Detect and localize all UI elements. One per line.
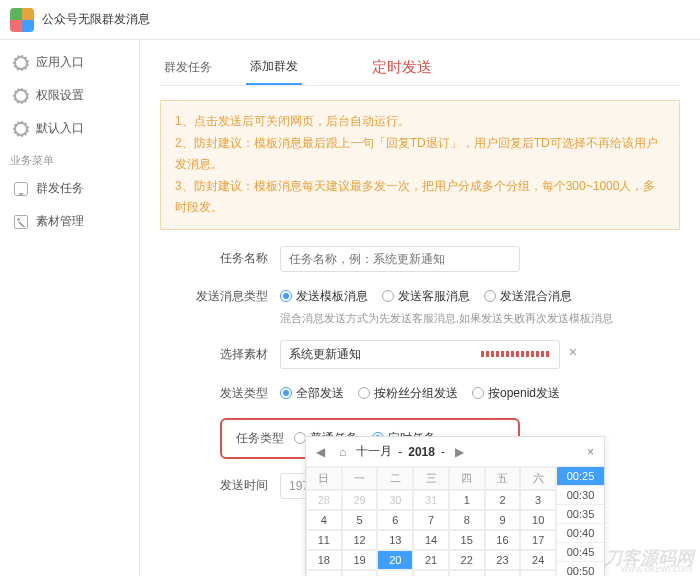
radio-send-by-group[interactable]: 按粉丝分组发送: [358, 385, 458, 402]
task-name-label: 任务名称: [160, 250, 280, 267]
app-header: 公众号无限群发消息: [0, 0, 700, 40]
calendar-home-icon[interactable]: ⌂: [335, 445, 350, 459]
calendar-time-column: 00:2500:3000:3500:4000:4500:50: [556, 467, 604, 576]
calendar-prev-year-icon[interactable]: ◀: [312, 445, 329, 459]
sidebar: 应用入口 权限设置 默认入口 业务菜单 群发任务 素材管理: [0, 40, 140, 576]
notice-box: 1、点击发送后可关闭网页，后台自动运行。 2、防封建议：模板消息最后跟上一句「回…: [160, 100, 680, 230]
app-logo: [10, 8, 34, 32]
close-icon[interactable]: ×: [569, 344, 577, 360]
radio-icon: [382, 290, 394, 302]
sidebar-item-default-entry[interactable]: 默认入口: [0, 112, 139, 145]
calendar-weekday: 日: [306, 467, 342, 490]
calendar-day[interactable]: 25: [306, 570, 342, 576]
calendar-day[interactable]: 10: [520, 510, 556, 530]
calendar-time[interactable]: 00:30: [557, 486, 604, 505]
calendar-day[interactable]: 29: [342, 490, 378, 510]
calendar-day[interactable]: 2: [485, 490, 521, 510]
material-value: 系统更新通知: [289, 346, 361, 363]
radio-icon: [280, 387, 292, 399]
calendar-day[interactable]: 1: [449, 490, 485, 510]
send-type-label: 发送类型: [160, 385, 280, 402]
msg-type-label: 发送消息类型: [160, 288, 280, 305]
radio-send-by-openid[interactable]: 按openid发送: [472, 385, 560, 402]
calendar-time[interactable]: 00:50: [557, 562, 604, 576]
calendar-day[interactable]: 22: [449, 550, 485, 570]
sidebar-section-label: 业务菜单: [0, 145, 139, 172]
radio-mixed-msg[interactable]: 发送混合消息: [484, 288, 572, 305]
task-name-input[interactable]: [280, 246, 520, 272]
calendar-day[interactable]: 12: [342, 530, 378, 550]
calendar-day[interactable]: 30: [377, 490, 413, 510]
calendar-day[interactable]: 3: [520, 490, 556, 510]
watermark-url: www.dkewl.com: [621, 563, 692, 574]
calendar-month-label[interactable]: 十一月: [356, 443, 392, 460]
msg-type-hint: 混合消息发送方式为先发送客服消息,如果发送失败再次发送模板消息: [280, 311, 680, 326]
sidebar-item-label: 默认入口: [36, 120, 84, 137]
calendar-day[interactable]: 26: [342, 570, 378, 576]
calendar-day[interactable]: 6: [377, 510, 413, 530]
calendar-next-icon[interactable]: ▶: [451, 445, 468, 459]
calendar-weekday: 四: [449, 467, 485, 490]
sidebar-item-label: 群发任务: [36, 180, 84, 197]
tab-broadcast-tasks[interactable]: 群发任务: [160, 51, 216, 84]
sidebar-item-permission[interactable]: 权限设置: [0, 79, 139, 112]
sidebar-item-label: 应用入口: [36, 54, 84, 71]
calendar-day[interactable]: 23: [485, 550, 521, 570]
radio-icon: [280, 290, 292, 302]
gear-icon: [14, 56, 28, 70]
sidebar-item-materials[interactable]: 素材管理: [0, 205, 139, 238]
send-time-label: 发送时间: [160, 477, 280, 494]
calendar-time[interactable]: 00:45: [557, 543, 604, 562]
calendar-day[interactable]: 27: [377, 570, 413, 576]
calendar-weekday: 一: [342, 467, 378, 490]
sidebar-item-broadcast-tasks[interactable]: 群发任务: [0, 172, 139, 205]
tab-add-broadcast[interactable]: 添加群发: [246, 50, 302, 85]
calendar-day[interactable]: 28: [413, 570, 449, 576]
calendar-day[interactable]: 18: [306, 550, 342, 570]
calendar-day[interactable]: 29: [449, 570, 485, 576]
calendar-day[interactable]: 31: [413, 490, 449, 510]
calendar-weekday: 三: [413, 467, 449, 490]
sidebar-item-label: 素材管理: [36, 213, 84, 230]
calendar-day[interactable]: 8: [449, 510, 485, 530]
gear-icon: [14, 89, 28, 103]
calendar-day[interactable]: 17: [520, 530, 556, 550]
tab-bar: 群发任务 添加群发 定时发送: [160, 50, 680, 86]
calendar-day[interactable]: 16: [485, 530, 521, 550]
calendar-day[interactable]: 20: [377, 550, 413, 570]
calendar-day[interactable]: 11: [306, 530, 342, 550]
sidebar-item-app-entry[interactable]: 应用入口: [0, 46, 139, 79]
calendar-day[interactable]: 1: [520, 570, 556, 576]
material-select[interactable]: 系统更新通知 ×: [280, 340, 560, 369]
calendar-day[interactable]: 28: [306, 490, 342, 510]
radio-send-all[interactable]: 全部发送: [280, 385, 344, 402]
calendar-day[interactable]: 13: [377, 530, 413, 550]
datetime-picker: ◀ ⌂ 十一月 - 2018 - ▶ × 日一二三四五六 28293031123…: [305, 436, 605, 576]
material-thumbnail: [481, 347, 551, 361]
page-highlight-title: 定时发送: [372, 58, 432, 77]
calendar-day[interactable]: 14: [413, 530, 449, 550]
sidebar-item-label: 权限设置: [36, 87, 84, 104]
calendar-year-label[interactable]: 2018: [408, 445, 435, 459]
calendar-day[interactable]: 4: [306, 510, 342, 530]
calendar-day[interactable]: 9: [485, 510, 521, 530]
notice-line: 1、点击发送后可关闭网页，后台自动运行。: [175, 111, 665, 133]
calendar-day[interactable]: 5: [342, 510, 378, 530]
calendar-close-icon[interactable]: ×: [583, 445, 598, 459]
calendar-time[interactable]: 00:35: [557, 505, 604, 524]
calendar-time[interactable]: 00:40: [557, 524, 604, 543]
calendar-day[interactable]: 21: [413, 550, 449, 570]
calendar-day[interactable]: 7: [413, 510, 449, 530]
radio-customer-msg[interactable]: 发送客服消息: [382, 288, 470, 305]
calendar-day[interactable]: 15: [449, 530, 485, 550]
notice-line: 3、防封建议：模板消息每天建议最多发一次，把用户分成多个分组，每个300~100…: [175, 176, 665, 219]
image-icon: [14, 215, 28, 229]
calendar-time[interactable]: 00:25: [557, 467, 604, 486]
radio-template-msg[interactable]: 发送模板消息: [280, 288, 368, 305]
calendar-day[interactable]: 24: [520, 550, 556, 570]
calendar-day[interactable]: 30: [485, 570, 521, 576]
calendar-day[interactable]: 19: [342, 550, 378, 570]
radio-icon: [358, 387, 370, 399]
calendar-grid: 日一二三四五六 28293031123456789101112131415161…: [306, 467, 556, 576]
material-label: 选择素材: [160, 346, 280, 363]
